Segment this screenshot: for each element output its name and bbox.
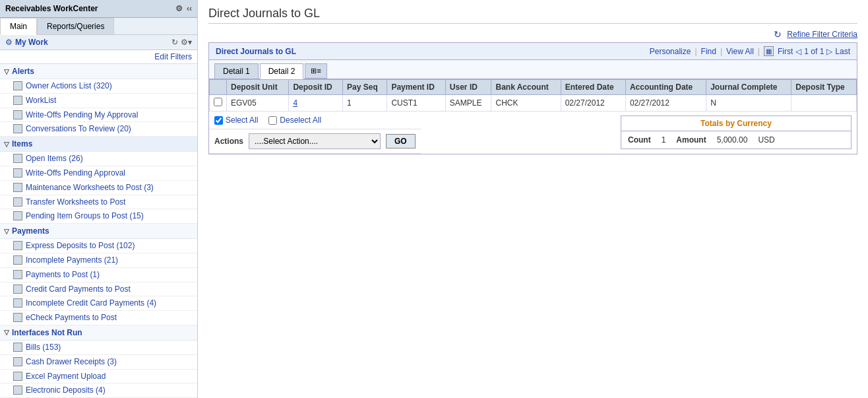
section-payments[interactable]: ▽ Payments [0,224,197,239]
sidebar-item-echeck-payments[interactable]: eCheck Payments to Post [0,311,197,325]
cell-bank-account: CHCK [491,95,561,112]
tab-detail-1[interactable]: Detail 1 [214,63,259,79]
count-value: 1 [662,135,666,145]
tab-main[interactable]: Main [0,18,37,35]
sidebar-item-conversations[interactable]: Conversations To Review (20) [0,122,197,137]
nav-icon [13,298,22,308]
currency-value: USD [758,135,774,145]
sidebar-title: Receivables WorkCenter [5,4,98,13]
personalize-link[interactable]: Personalize [650,47,691,56]
cell-deposit-type [791,95,857,112]
actions-row: Actions ....Select Action.... GO [209,129,421,154]
totals-body: Count 1 Amount 5,000.00 USD [621,131,851,149]
refine-filter-link[interactable]: Refine Filter Criteria [787,30,857,39]
col-pay-seq: Pay Seq [343,80,387,95]
row-checkbox-cell[interactable] [210,95,227,112]
cell-pay-seq: 1 [343,95,387,112]
content-box: Direct Journals to GL Personalize | Find… [208,42,857,154]
sidebar-header: Receivables WorkCenter ⚙ ‹‹ [0,0,197,18]
triangle-icon: ▽ [4,68,9,75]
mywork-gear-icon[interactable]: ⚙▾ [181,38,192,47]
section-interfaces-label: Interfaces Not Run [12,328,82,337]
sidebar-item-writeoffs-pending[interactable]: Write-Offs Pending My Approval [0,108,197,123]
sidebar-item-electronic-deposits[interactable]: Electronic Deposits (4) [0,383,197,398]
sidebar-item-credit-card-payments[interactable]: Credit Card Payments to Post [0,282,197,297]
sidebar-item-incomplete-cc-payments[interactable]: Incomplete Credit Card Payments (4) [0,296,197,311]
content-box-header: Direct Journals to GL Personalize | Find… [209,43,857,60]
section-alerts-label: Alerts [12,67,34,76]
nav-icon [13,372,22,381]
select-all-checkbox[interactable] [214,116,223,125]
my-work-label: My Work [15,38,169,47]
section-items[interactable]: ▽ Items [0,137,197,152]
deselect-all-checkbox[interactable] [268,116,277,125]
row-checkbox[interactable] [214,98,222,106]
content-box-title: Direct Journals to GL [216,47,296,56]
select-deselect-row: Select All Deselect All [209,112,421,129]
sidebar-item-transfer-worksheets[interactable]: Transfer Worksheets to Post [0,195,197,210]
refresh-icon[interactable]: ↻ [171,38,178,47]
tab-icon-btn[interactable]: ⊞≡ [305,63,326,79]
sidebar-item-excel-payment[interactable]: Excel Payment Upload [0,370,197,384]
page-info: 1 of 1 [804,47,824,56]
tab-detail-2[interactable]: Detail 2 [260,63,304,79]
amount-label: Amount [676,135,706,145]
actions-select[interactable]: ....Select Action.... [249,133,381,149]
nav-icon [13,313,22,322]
nav-icon [13,110,22,119]
triangle-icon: ▽ [4,141,9,148]
deselect-all-label[interactable]: Deselect All [268,116,321,125]
sidebar-item-payments-to-post[interactable]: Payments to Post (1) [0,268,197,282]
find-link[interactable]: Find [701,47,716,56]
edit-filters[interactable]: Edit Filters [0,50,197,64]
sidebar-item-cash-drawer[interactable]: Cash Drawer Receipts (3) [0,355,197,370]
nav-icon [13,154,22,163]
col-checkbox [210,80,227,95]
cell-deposit-id[interactable]: 4 [289,95,343,112]
col-user-id: User ID [445,80,491,95]
left-controls: Select All Deselect All Actions ....Sele… [209,112,421,154]
sidebar-item-pending-item-groups[interactable]: Pending Item Groups to Post (15) [0,209,197,224]
last-button[interactable]: Last [835,47,850,56]
cell-user-id: SAMPLE [445,95,491,112]
select-all-label[interactable]: Select All [214,116,258,125]
section-alerts[interactable]: ▽ Alerts [0,64,197,79]
sidebar-item-express-deposits[interactable]: Express Deposits to Post (102) [0,239,197,253]
nav-icon [13,343,22,352]
cell-deposit-unit: EGV05 [227,95,289,112]
next-icon[interactable]: ▷ [826,47,832,56]
sidebar-item-worklist[interactable]: WorkList [0,94,197,108]
nav-icon [13,183,22,192]
bottom-section: Select All Deselect All Actions ....Sele… [209,112,857,154]
sidebar: Receivables WorkCenter ⚙ ‹‹ Main Reports… [0,0,198,398]
triangle-icon: ▽ [4,329,9,336]
pagination: First ◁ 1 of 1 ▷ Last [778,47,850,56]
section-items-label: Items [12,139,32,149]
sidebar-item-maintenance-worksheets[interactable]: Maintenance Worksheets to Post (3) [0,181,197,195]
sidebar-item-open-items[interactable]: Open Items (26) [0,152,197,166]
my-work-row: ⚙ My Work ↻ ⚙▾ [0,35,197,50]
col-journal-complete: Journal Complete [706,80,791,95]
section-interfaces[interactable]: ▽ Interfaces Not Run [0,325,197,341]
nav-icon [13,124,22,133]
refresh-page-icon[interactable]: ↻ [774,29,782,40]
sidebar-item-owner-actions[interactable]: Owner Actions List (320) [0,79,197,94]
cell-payment-id: CUST1 [387,95,445,112]
top-actions: ↻ Refine Filter Criteria [208,29,857,40]
grid-icon[interactable]: ▦ [764,46,774,56]
first-button[interactable]: First [778,47,793,56]
prev-icon[interactable]: ◁ [795,47,801,56]
collapse-icon[interactable]: ‹‹ [187,4,192,13]
settings-icon[interactable]: ⚙ [175,4,183,13]
col-deposit-unit: Deposit Unit [227,80,289,95]
nav-icon [13,168,22,178]
sidebar-item-incomplete-payments[interactable]: Incomplete Payments (21) [0,253,197,268]
sidebar-item-bills[interactable]: Bills (153) [0,341,197,355]
view-all-link[interactable]: View All [726,47,754,56]
nav-icon [13,385,22,395]
sidebar-item-writeoffs-approval[interactable]: Write-Offs Pending Approval [0,166,197,181]
table-row: EGV05 4 1 CUST1 SAMPLE CHCK 02/27/2012 0… [210,95,857,112]
nav-icon [13,81,22,90]
go-button[interactable]: GO [386,134,416,149]
tab-reports-queries[interactable]: Reports/Queries [37,18,114,34]
